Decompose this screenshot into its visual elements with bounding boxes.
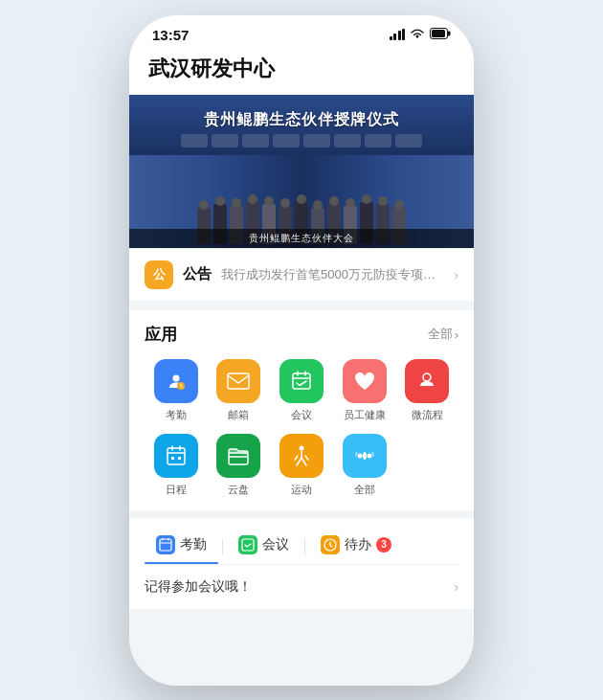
app-label-meeting: 会议	[291, 408, 312, 422]
tab-attendance[interactable]: 考勤	[145, 530, 218, 564]
app-item-meeting[interactable]: 会议	[270, 359, 333, 422]
app-item-clouddrive[interactable]: 云盘	[208, 434, 271, 497]
app-icon-workflow	[405, 359, 449, 403]
svg-rect-9	[171, 457, 174, 460]
tab-divider-1	[222, 539, 223, 554]
app-item-empty	[395, 434, 458, 497]
banner-bottom-text: 贵州鲲鹏生态伙伴大会	[129, 229, 474, 248]
battery-icon	[430, 28, 451, 42]
svg-rect-10	[178, 457, 181, 460]
notice-text: 我行成功发行首笔5000万元防疫专项元防疫...	[221, 266, 444, 283]
app-label-workflow: 微流程	[412, 408, 443, 422]
svg-point-13	[357, 453, 362, 458]
tab-attendance-icon	[156, 535, 175, 554]
app-icon-clouddrive	[216, 434, 260, 478]
app-label-email: 邮箱	[228, 408, 249, 422]
app-icon-meeting	[279, 359, 324, 403]
app-icon-all	[343, 434, 387, 478]
wifi-icon	[410, 28, 425, 42]
svg-point-14	[367, 453, 371, 458]
notice-row[interactable]: 公 公告 我行成功发行首笔5000万元防疫专项元防疫... ›	[129, 248, 474, 301]
svg-rect-16	[242, 539, 254, 551]
meeting-reminder-row[interactable]: 记得参加会议哦！ ›	[145, 575, 458, 599]
status-icons	[390, 28, 452, 42]
svg-rect-8	[168, 448, 185, 464]
app-item-schedule[interactable]: 日程	[145, 434, 208, 497]
app-label-health: 员工健康	[344, 408, 386, 422]
phone-frame: 13:57	[129, 15, 474, 686]
bottom-tabs-row: 考勤 会议	[145, 530, 458, 565]
app-icon-schedule	[154, 434, 198, 478]
app-item-health[interactable]: 员工健康	[333, 359, 396, 422]
notice-icon-label: 公	[153, 266, 166, 283]
svg-point-3	[172, 374, 179, 381]
app-item-all[interactable]: 全部	[333, 434, 396, 497]
banner-card[interactable]: 贵州鲲鹏生态伙伴授牌仪式	[129, 95, 474, 301]
page-title: 武汉研发中心	[148, 55, 455, 83]
scroll-area[interactable]: 武汉研发中心 贵州鲲鹏生态伙伴授牌仪式	[129, 47, 474, 686]
notice-label: 公告	[183, 265, 212, 283]
banner-people: 贵州鲲鹏生态伙伴大会	[129, 155, 474, 248]
signal-bars-icon	[390, 29, 406, 40]
app-label-all: 全部	[354, 483, 375, 497]
tab-attendance-label: 考勤	[180, 536, 207, 553]
apps-row-1: 考勤 邮箱	[145, 359, 458, 422]
svg-rect-15	[160, 539, 171, 551]
svg-rect-2	[448, 31, 451, 35]
tab-todo-icon	[321, 535, 340, 554]
banner-title: 贵州鲲鹏生态伙伴授牌仪式	[204, 110, 399, 130]
page-title-bar: 武汉研发中心	[129, 47, 474, 95]
meeting-reminder-text: 记得参加会议哦！	[145, 578, 252, 596]
apps-section-header: 应用 全部 ›	[145, 324, 458, 346]
app-item-email[interactable]: 邮箱	[208, 359, 271, 422]
tab-todo-badge: 3	[376, 537, 391, 553]
notice-chevron: ›	[454, 267, 458, 282]
apps-row-2: 日程 云盘	[145, 434, 458, 497]
apps-more-button[interactable]: 全部 ›	[428, 326, 458, 343]
svg-rect-6	[293, 373, 310, 389]
app-item-attendance[interactable]: 考勤	[145, 359, 208, 422]
tab-divider-2	[304, 539, 305, 554]
tab-todo[interactable]: 待办 3	[309, 530, 403, 564]
banner-logos	[173, 134, 430, 147]
app-item-sport[interactable]: 运动	[270, 434, 333, 497]
svg-rect-11	[229, 453, 248, 464]
status-bar: 13:57	[129, 15, 474, 47]
app-item-workflow[interactable]: 微流程	[395, 359, 458, 422]
app-label-sport: 运动	[291, 483, 312, 497]
apps-section: 应用 全部 ›	[129, 310, 474, 510]
app-label-clouddrive: 云盘	[228, 483, 249, 497]
tab-meeting[interactable]: 会议	[227, 530, 301, 564]
apps-section-title: 应用	[145, 324, 177, 346]
app-label-schedule: 日程	[166, 483, 187, 497]
tab-meeting-label: 会议	[262, 536, 289, 553]
app-icon-attendance	[154, 359, 198, 403]
status-time: 13:57	[152, 27, 189, 43]
meeting-reminder-chevron: ›	[454, 579, 458, 595]
banner-image: 贵州鲲鹏生态伙伴授牌仪式	[129, 95, 474, 248]
svg-rect-1	[432, 30, 445, 37]
svg-point-12	[299, 445, 303, 450]
app-label-attendance: 考勤	[166, 408, 187, 422]
tab-meeting-icon	[238, 535, 257, 554]
bottom-tabs-card: 考勤 会议	[129, 518, 474, 609]
app-icon-health	[343, 359, 387, 403]
svg-point-7	[423, 373, 431, 381]
svg-rect-5	[228, 373, 249, 389]
app-icon-email	[216, 359, 260, 403]
tab-todo-label: 待办	[345, 536, 371, 553]
notice-icon-box: 公	[145, 260, 173, 289]
app-icon-sport	[279, 434, 324, 478]
